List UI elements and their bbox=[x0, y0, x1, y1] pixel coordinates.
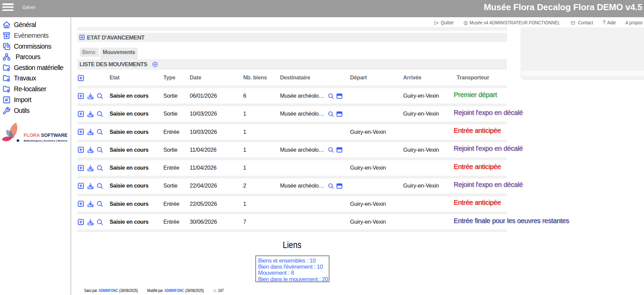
svg-text:Bibliothèques | Archives | Mus: Bibliothèques | Archives | Musées bbox=[24, 139, 68, 142]
svg-text:FLORA SOFTWARE: FLORA SOFTWARE bbox=[24, 132, 68, 138]
